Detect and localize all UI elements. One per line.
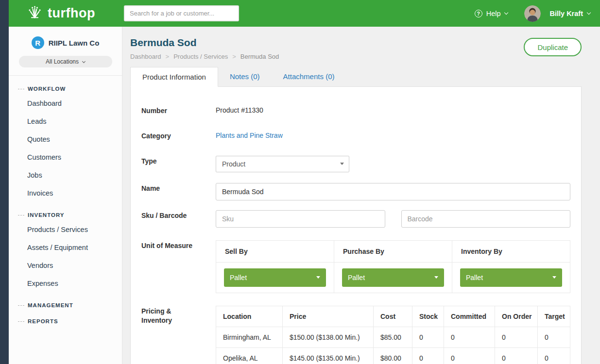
price-cell: $150.00 ($138.00 Min.)	[283, 327, 374, 347]
section-label: WORKFLOW	[28, 86, 66, 92]
location-link[interactable]: Birmingham, AL	[216, 327, 283, 347]
chevron-down-icon	[340, 163, 344, 165]
turfhop-logo-icon	[26, 5, 43, 22]
search-input[interactable]	[124, 5, 239, 21]
sidebar-section-reports[interactable]: REPORTS	[9, 318, 122, 324]
sell-by-dropdown[interactable]: Pallet	[224, 268, 326, 287]
breadcrumb-separator: >	[232, 53, 236, 60]
name-input[interactable]	[216, 183, 570, 200]
section-dash-icon	[18, 89, 24, 89]
sidebar-divider	[9, 75, 122, 76]
sidebar-item-dashboard[interactable]: Dashboard	[9, 94, 122, 112]
all-locations-dropdown[interactable]: All Locations	[19, 56, 112, 67]
pricing-inventory-label: Pricing & Inventory	[141, 306, 216, 364]
sidebar-section-management[interactable]: MANAGEMENT	[9, 302, 122, 308]
help-menu[interactable]: ? Help	[475, 10, 508, 17]
section-label: MANAGEMENT	[28, 302, 73, 308]
top-bar: turfhop ? Help Billy Kra	[9, 0, 600, 27]
avatar	[524, 5, 541, 22]
unit-of-measure-row: Unit of Measure Sell By Purchase By Inve…	[141, 240, 570, 293]
sidebar: R RIIPL Lawn Co All Locations WORKFLOW D…	[9, 27, 122, 364]
sidebar-item-jobs[interactable]: Jobs	[9, 166, 122, 184]
sidebar-item-vendors[interactable]: Vendors	[9, 256, 122, 274]
user-name: Billy Kraft	[550, 10, 583, 17]
type-select[interactable]: Product	[216, 156, 349, 172]
on-order-cell: 0	[495, 327, 538, 347]
committed-cell: 0	[444, 327, 495, 347]
col-target: Target	[538, 306, 570, 327]
pricing-inventory-row: Pricing & Inventory Location Price Cost …	[141, 306, 570, 364]
section-label: REPORTS	[28, 318, 58, 324]
sidebar-nav: WORKFLOW Dashboard Leads Quotes Customer…	[9, 86, 122, 324]
pricing-header-row: Location Price Cost Stock Committed On O…	[216, 306, 570, 327]
tab-notes[interactable]: Notes (0)	[218, 67, 272, 86]
table-row: Opelika, AL $145.00 ($135.00 Min.) $80.0…	[216, 347, 570, 364]
brand-logo[interactable]: turfhop	[26, 0, 95, 27]
sidebar-item-customers[interactable]: Customers	[9, 148, 122, 166]
committed-cell: 0	[444, 347, 495, 364]
inventory-by-value: Pallet	[466, 274, 483, 281]
global-search	[124, 5, 239, 21]
breadcrumb-dashboard[interactable]: Dashboard	[130, 53, 161, 60]
sku-barcode-label: Sku / Barcode	[141, 210, 216, 228]
type-selected-value: Product	[222, 160, 245, 168]
stock-cell: 0	[412, 347, 444, 364]
uom-col-purchase-by: Purchase By	[334, 240, 452, 262]
chevron-down-icon	[504, 10, 508, 14]
section-dash-icon	[18, 215, 24, 215]
breadcrumb-separator: >	[166, 53, 170, 60]
location-link[interactable]: Opelika, AL	[216, 347, 283, 364]
top-right-menu: ? Help Billy Kraft	[475, 0, 590, 27]
table-row: Birmingham, AL $150.00 ($138.00 Min.) $8…	[216, 327, 570, 347]
section-label: INVENTORY	[28, 212, 64, 218]
category-link[interactable]: Plants and Pine Straw	[216, 131, 570, 139]
all-locations-label: All Locations	[46, 58, 79, 65]
help-icon: ?	[475, 10, 482, 17]
tab-attachments[interactable]: Attachments (0)	[272, 67, 346, 86]
chevron-down-icon	[434, 276, 438, 279]
purchase-by-dropdown[interactable]: Pallet	[342, 268, 444, 287]
user-menu[interactable]: Billy Kraft	[524, 5, 591, 22]
sidebar-item-assets-equipment[interactable]: Assets / Equipment	[9, 238, 122, 256]
left-edge-strip	[0, 0, 9, 364]
breadcrumb-current: Bermuda Sod	[240, 53, 279, 60]
product-information-card: Number Product #11330 Category Plants an…	[130, 86, 582, 364]
sell-by-value: Pallet	[230, 274, 247, 281]
barcode-input[interactable]	[401, 210, 571, 228]
type-row: Type Product	[141, 156, 570, 172]
sku-input[interactable]	[216, 210, 385, 228]
section-dash-icon	[18, 305, 24, 306]
target-cell: 0	[538, 347, 570, 364]
breadcrumb-products-services[interactable]: Products / Services	[173, 53, 228, 60]
help-label: Help	[486, 10, 501, 17]
target-cell: 0	[538, 327, 570, 347]
sidebar-item-expenses[interactable]: Expenses	[9, 274, 122, 292]
sidebar-item-products-services[interactable]: Products / Services	[9, 220, 122, 238]
cost-cell: $80.00	[374, 347, 412, 364]
main-content: Bermuda Sod Dashboard > Products / Servi…	[122, 27, 600, 364]
name-label: Name	[141, 183, 216, 200]
page-title: Bermuda Sod	[130, 37, 279, 49]
unit-of-measure-label: Unit of Measure	[141, 240, 216, 293]
sidebar-item-leads[interactable]: Leads	[9, 112, 122, 130]
col-price: Price	[283, 306, 374, 327]
stock-cell: 0	[412, 327, 444, 347]
company-header: R RIIPL Lawn Co	[9, 36, 122, 49]
breadcrumb: Dashboard > Products / Services > Bermud…	[130, 53, 279, 60]
on-order-cell: 0	[495, 347, 538, 364]
inventory-by-dropdown[interactable]: Pallet	[460, 268, 562, 287]
duplicate-button[interactable]: Duplicate	[524, 38, 582, 56]
tab-product-information[interactable]: Product Information	[130, 67, 218, 87]
col-committed: Committed	[444, 306, 495, 327]
chevron-down-icon	[82, 59, 86, 63]
type-label: Type	[141, 156, 216, 172]
sidebar-item-quotes[interactable]: Quotes	[9, 130, 122, 148]
number-value: Product #11330	[216, 105, 570, 114]
purchase-by-value: Pallet	[348, 274, 365, 281]
col-on-order: On Order	[495, 306, 538, 327]
tabs: Product Information Notes (0) Attachment…	[130, 67, 582, 86]
sidebar-item-invoices[interactable]: Invoices	[9, 184, 122, 202]
company-name: RIIPL Lawn Co	[49, 39, 100, 47]
uom-col-inventory-by: Inventory By	[452, 240, 570, 262]
number-row: Number Product #11330	[141, 105, 570, 116]
